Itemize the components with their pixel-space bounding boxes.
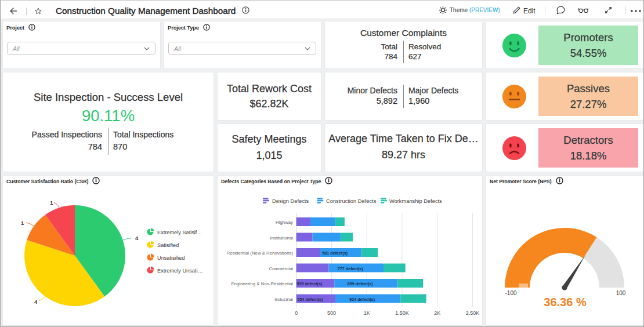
svg-text:924 defect(s): 924 defect(s) [349, 297, 375, 302]
svg-text:Construction Defects: Construction Defects [326, 198, 377, 204]
svg-text:Residential (New & Renovations: Residential (New & Renovations) [227, 250, 294, 256]
svg-text:100: 100 [616, 290, 626, 296]
svg-text:1: 1 [50, 199, 53, 206]
svg-text:1K: 1K [364, 310, 370, 316]
svg-text:Institutional: Institutional [270, 235, 294, 241]
svg-text:Industrial: Industrial [274, 297, 293, 302]
svg-text:Commercial: Commercial [269, 266, 293, 271]
svg-text:36.36 %: 36.36 % [544, 296, 587, 308]
svg-text:539 defect(s): 539 defect(s) [296, 281, 323, 286]
svg-text:1: 1 [21, 220, 24, 226]
svg-text:Extremely Unsati…: Extremely Unsati… [157, 268, 203, 274]
svg-text:581 defect(s): 581 defect(s) [322, 250, 348, 256]
svg-text:2.50K: 2.50K [466, 310, 480, 316]
svg-text:Workmanship Defects: Workmanship Defects [389, 198, 442, 204]
svg-text:1.50K: 1.50K [395, 310, 409, 316]
svg-text:0: 0 [295, 310, 298, 316]
svg-text:2K: 2K [434, 310, 440, 316]
svg-text:Satisified: Satisified [157, 242, 179, 248]
svg-text:Unsatisified: Unsatisified [157, 255, 185, 261]
svg-text:Highway: Highway [276, 220, 293, 225]
svg-text:4: 4 [135, 235, 139, 241]
svg-text:-100: -100 [505, 290, 516, 296]
svg-text:554 defect(s): 554 defect(s) [297, 297, 323, 302]
svg-text:500: 500 [327, 310, 336, 316]
svg-text:777 defect(s): 777 defect(s) [338, 266, 364, 271]
svg-text:4: 4 [34, 299, 38, 305]
svg-text:Engineering & Non-Residential: Engineering & Non-Residential [231, 281, 293, 286]
svg-text:899 defect(s): 899 defect(s) [348, 281, 374, 286]
svg-text:Design Defects: Design Defects [272, 198, 309, 204]
svg-text:Extremely Satisif…: Extremely Satisif… [157, 230, 202, 235]
